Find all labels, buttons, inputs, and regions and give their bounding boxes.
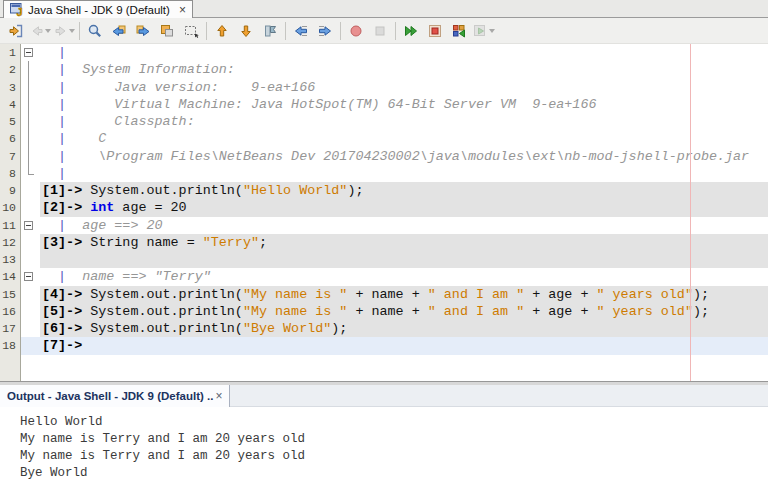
shift-line-right-button[interactable] (313, 20, 337, 42)
code-text[interactable]: | Java version: 9-ea+166 (40, 79, 768, 96)
tab-title: Java Shell - JDK 9 (Default) (28, 4, 170, 16)
output-text[interactable]: Hello WorldMy name is Terry and I am 20 … (0, 407, 768, 495)
run-button[interactable] (399, 20, 423, 42)
code-text[interactable]: | \Program Files\NetBeans Dev 2017042300… (40, 148, 768, 165)
forward-button[interactable] (52, 20, 76, 42)
editor-line-18[interactable]: 18[7]-> (0, 337, 768, 354)
line-number: 10 (0, 199, 21, 216)
fold-collapse-icon[interactable] (24, 272, 33, 281)
svg-text:J: J (16, 6, 22, 17)
back-button[interactable] (28, 20, 52, 42)
code-text[interactable]: | name ==> "Terry" (40, 268, 768, 285)
toggle-bookmark-icon (262, 23, 278, 39)
editor-line-17[interactable]: 17[6]-> System.out.println("Bye World"); (0, 320, 768, 337)
toggle-rectangular-selection-button[interactable] (179, 20, 203, 42)
toggle-highlight-search-button[interactable] (155, 20, 179, 42)
jshell-icon: J (10, 3, 24, 17)
editor-line-10[interactable]: 10[2]-> int age = 20 (0, 199, 768, 216)
code-text[interactable]: [2]-> int age = 20 (40, 199, 768, 216)
code-text[interactable]: | (40, 44, 768, 61)
run-dropdown-icon (472, 23, 488, 39)
fold-end-corner (28, 174, 34, 175)
editor-line-2[interactable]: 2 | System Information: (0, 61, 768, 78)
code-text[interactable]: [5]-> System.out.println("My name is " +… (40, 303, 768, 320)
fold-column (21, 96, 40, 113)
editor-line-12[interactable]: 12[3]-> String name = "Terry"; (0, 234, 768, 251)
fold-column (21, 303, 40, 320)
tab-output[interactable]: Output - Java Shell - JDK 9 (Default) ..… (0, 385, 230, 407)
find-previous-icon (111, 23, 127, 39)
line-number: 16 (0, 303, 21, 320)
stop-button[interactable] (423, 20, 447, 42)
toolbar-separator (206, 22, 207, 40)
editor-line-7[interactable]: 7 | \Program Files\NetBeans Dev 20170423… (0, 148, 768, 165)
editor-line-1[interactable]: 1 | (0, 44, 768, 61)
line-number: 7 (0, 148, 21, 165)
editor-line-13[interactable]: 13 (0, 251, 768, 268)
jshell-editor[interactable]: 1 |2 | System Information:3 | Java versi… (0, 44, 768, 381)
tab-close-icon[interactable]: × (179, 4, 186, 16)
editor-line-14[interactable]: 14 | name ==> "Terry" (0, 268, 768, 285)
fold-collapse-icon[interactable] (24, 221, 33, 230)
editor-line-6[interactable]: 6 | C (0, 130, 768, 147)
editor-toolbar (0, 18, 768, 44)
dropdown-caret-icon[interactable] (69, 29, 75, 33)
fold-column (21, 251, 40, 268)
editor-line-4[interactable]: 4 | Virtual Machine: Java HotSpot(TM) 64… (0, 96, 768, 113)
tab-java-shell[interactable]: J Java Shell - JDK 9 (Default) × (3, 0, 193, 18)
line-number: 6 (0, 130, 21, 147)
previous-bookmark-button[interactable] (210, 20, 234, 42)
last-edit-location-button[interactable] (4, 20, 28, 42)
code-text[interactable]: [6]-> System.out.println("Bye World"); (40, 320, 768, 337)
toggle-bookmark-button[interactable] (258, 20, 282, 42)
code-text[interactable]: | (40, 165, 768, 182)
editor-line-15[interactable]: 15[4]-> System.out.println("My name is "… (0, 286, 768, 303)
toolbar-separator (395, 22, 396, 40)
code-text[interactable]: [4]-> System.out.println("My name is " +… (40, 286, 768, 303)
code-text[interactable]: | Classpath: (40, 113, 768, 130)
code-text[interactable]: [3]-> String name = "Terry"; (40, 234, 768, 251)
fold-guide-line (28, 130, 29, 147)
editor-line-9[interactable]: 9[1]-> System.out.println("Hello World")… (0, 182, 768, 199)
line-number: 8 (0, 165, 21, 182)
dropdown-caret-icon[interactable] (489, 29, 495, 33)
find-icon (87, 23, 103, 39)
editor-line-11[interactable]: 11 | age ==> 20 (0, 217, 768, 234)
find-selection-button[interactable] (83, 20, 107, 42)
fold-column[interactable] (21, 217, 40, 234)
find-next-icon (135, 23, 151, 39)
code-text[interactable]: | age ==> 20 (40, 217, 768, 234)
fold-guide-line (28, 79, 29, 96)
shift-line-left-button[interactable] (289, 20, 313, 42)
code-text[interactable]: | C (40, 130, 768, 147)
find-previous-button[interactable] (107, 20, 131, 42)
line-number: 9 (0, 182, 21, 199)
code-text[interactable]: [1]-> System.out.println("Hello World"); (40, 182, 768, 199)
fold-collapse-icon[interactable] (24, 48, 33, 57)
code-text[interactable]: | Virtual Machine: Java HotSpot(TM) 64-B… (40, 96, 768, 113)
line-number: 12 (0, 234, 21, 251)
editor-line-16[interactable]: 16[5]-> System.out.println("My name is "… (0, 303, 768, 320)
fold-column[interactable] (21, 268, 40, 285)
code-text[interactable]: | System Information: (40, 61, 768, 78)
next-bookmark-button[interactable] (234, 20, 258, 42)
dropdown-caret-icon[interactable] (45, 29, 51, 33)
code-text[interactable] (40, 251, 768, 268)
editor-line-3[interactable]: 3 | Java version: 9-ea+166 (0, 79, 768, 96)
code-text[interactable]: [7]-> (40, 337, 768, 354)
fold-column (21, 320, 40, 337)
output-close-icon[interactable]: × (215, 389, 222, 403)
editor-line-8[interactable]: 8 | (0, 165, 768, 182)
run-with-dropdown-button[interactable] (471, 20, 495, 42)
find-next-button[interactable] (131, 20, 155, 42)
fold-column[interactable] (21, 44, 40, 61)
netbeans-jshell-window: J Java Shell - JDK 9 (Default) × 1 |2 | … (0, 0, 768, 495)
start-macro-recording-button[interactable] (344, 20, 368, 42)
output-line: Hello World (20, 414, 768, 431)
rerun-button[interactable] (447, 20, 471, 42)
toolbar-separator (79, 22, 80, 40)
output-header: Output - Java Shell - JDK 9 (Default) ..… (0, 385, 768, 407)
editor-line-5[interactable]: 5 | Classpath: (0, 113, 768, 130)
stop-macro-recording-button[interactable] (368, 20, 392, 42)
last-edit-location-icon (8, 23, 24, 39)
